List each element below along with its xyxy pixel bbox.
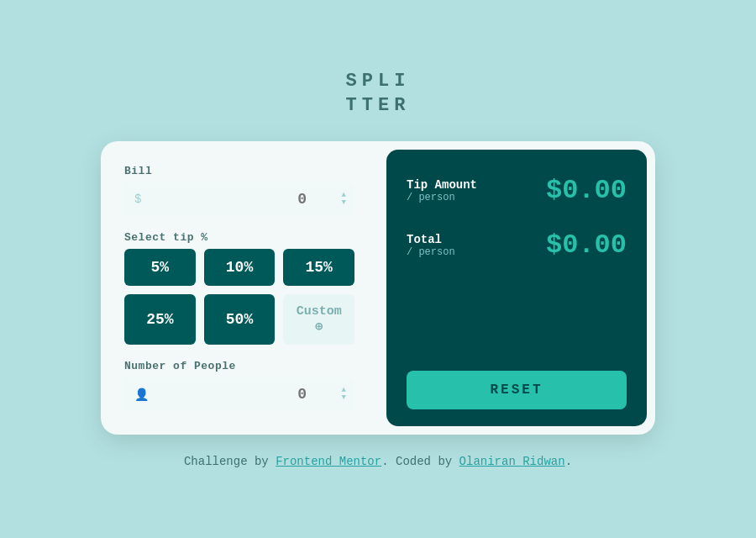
tip-label: Select tip %	[124, 231, 354, 244]
bill-label: Bill	[124, 165, 354, 177]
tip-amount-label: Tip Amount	[407, 178, 477, 192]
total-labels: Total / person	[407, 233, 455, 258]
total-label: Total	[407, 233, 455, 246]
tip-10-button[interactable]: 10%	[204, 249, 276, 286]
footer-text-after: .	[565, 455, 572, 468]
bill-input-wrapper: $ ▲ ▼	[124, 182, 354, 216]
left-panel: Bill $ ▲ ▼ Select tip % 5% 10% 15% 25%	[101, 141, 378, 435]
people-spin[interactable]: ▲ ▼	[342, 387, 346, 402]
people-section: Number of People 👤 ▲ ▼	[124, 360, 354, 411]
footer-text-middle: . Coded by	[381, 455, 459, 468]
total-value: $0.00	[546, 229, 627, 261]
person-icon: 👤	[134, 388, 149, 402]
main-card: Bill $ ▲ ▼ Select tip % 5% 10% 15% 25%	[101, 141, 655, 435]
reset-button[interactable]: RESET	[407, 371, 627, 409]
author-link[interactable]: Olaniran Ridwan	[459, 455, 565, 468]
tip-5-button[interactable]: 5%	[124, 249, 196, 286]
tip-25-button[interactable]: 25%	[124, 294, 196, 345]
frontend-mentor-link[interactable]: Frontend Mentor	[276, 455, 381, 468]
footer-text-before: Challenge by	[184, 455, 276, 468]
tip-amount-row: Tip Amount / person $0.00	[407, 175, 627, 206]
result-rows: Tip Amount / person $0.00 Total / person…	[407, 175, 627, 261]
app-title: SPLI TTER	[346, 70, 411, 118]
people-input-wrapper: 👤 ▲ ▼	[124, 377, 354, 411]
bill-spin[interactable]: ▲ ▼	[342, 192, 346, 207]
dollar-icon: $	[134, 193, 141, 206]
tip-custom-button[interactable]: Custom ⊕	[283, 294, 354, 345]
footer: Challenge by Frontend Mentor. Coded by O…	[184, 455, 572, 468]
people-input[interactable]	[124, 377, 354, 411]
people-label: Number of People	[124, 360, 354, 372]
bill-input[interactable]	[124, 182, 354, 216]
tip-per-person-label: / person	[407, 192, 477, 203]
right-panel: Tip Amount / person $0.00 Total / person…	[386, 150, 647, 426]
bill-section: Bill $ ▲ ▼	[124, 165, 354, 216]
tip-amount-value: $0.00	[546, 175, 627, 206]
total-row: Total / person $0.00	[407, 229, 627, 261]
tip-grid: 5% 10% 15% 25% 50% Custom ⊕	[124, 249, 354, 345]
tip-15-button[interactable]: 15%	[283, 249, 354, 286]
tip-section: Select tip % 5% 10% 15% 25% 50% Custom ⊕	[124, 231, 354, 345]
tip-amount-labels: Tip Amount / person	[407, 178, 477, 203]
tip-50-button[interactable]: 50%	[204, 294, 276, 345]
total-per-person-label: / person	[407, 246, 455, 258]
